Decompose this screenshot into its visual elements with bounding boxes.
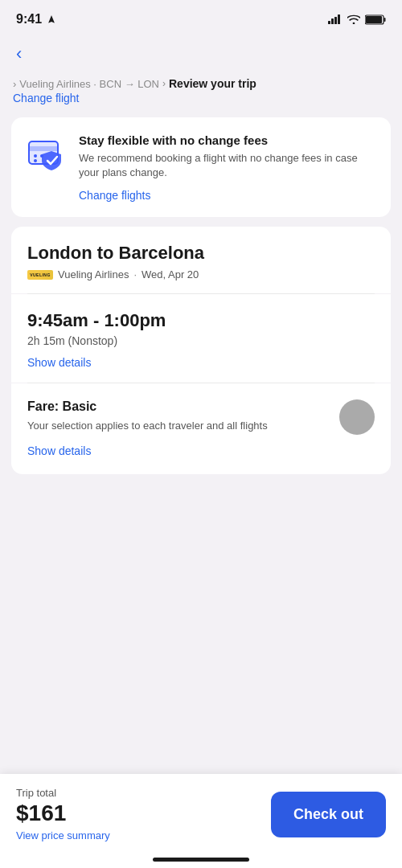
flexible-description: We recommend booking a flight with no ch…	[79, 151, 376, 180]
svg-rect-3	[338, 14, 340, 24]
breadcrumb-current: Review your trip	[169, 77, 256, 90]
svg-rect-6	[384, 18, 386, 22]
flight-details: 9:45am - 1:00pm 2h 15m (Nonstop) Show de…	[11, 294, 391, 383]
back-button[interactable]: ‹	[16, 43, 22, 63]
status-time: 9:41	[16, 12, 56, 27]
home-indicator	[153, 858, 249, 862]
view-price-link[interactable]: View price summary	[16, 829, 110, 841]
svg-point-10	[34, 154, 37, 158]
airline-logo: VUELING	[27, 270, 53, 280]
flight-route: London to Barcelona	[27, 243, 375, 264]
svg-rect-0	[328, 21, 330, 24]
svg-rect-2	[334, 17, 337, 24]
show-details-link-1[interactable]: Show details	[27, 356, 91, 369]
wallet-shield-icon	[26, 133, 68, 175]
breadcrumb-icon: ›	[13, 78, 16, 90]
show-details-link-2[interactable]: Show details	[27, 444, 91, 457]
svg-rect-9	[29, 146, 58, 151]
airline-name: Vueling Airlines	[58, 268, 129, 280]
battery-icon	[365, 14, 386, 25]
wifi-icon	[347, 14, 360, 24]
fare-bubble	[339, 399, 375, 435]
fare-section: Fare: Basic Your selection applies to ea…	[11, 383, 391, 473]
bottom-bar: Trip total $161 View price summary Check…	[0, 774, 402, 868]
fare-description: Your selection applies to each traveler …	[27, 419, 285, 433]
flight-duration: 2h 15m (Nonstop)	[27, 334, 375, 347]
breadcrumb-prefix: Vueling Airlines · BCN → LON	[19, 78, 159, 90]
breadcrumb-section: › Vueling Airlines · BCN → LON › Review …	[0, 71, 402, 108]
flight-time-range: 9:45am - 1:00pm	[27, 310, 375, 331]
status-icons	[328, 14, 386, 25]
fare-title: Fare: Basic	[27, 399, 375, 414]
breadcrumb-row: › Vueling Airlines · BCN → LON › Review …	[13, 77, 389, 90]
checkout-button[interactable]: Check out	[271, 792, 386, 837]
airline-row: VUELING Vueling Airlines · Wed, Apr 20	[27, 268, 375, 280]
navigation-icon	[47, 14, 56, 24]
change-flights-link[interactable]: Change flights	[79, 189, 151, 202]
change-flight-link[interactable]: Change flight	[13, 92, 389, 104]
trip-total-section: Trip total $161 View price summary	[16, 787, 110, 842]
flexible-title: Stay flexible with no change fees	[79, 133, 376, 147]
signal-icon	[328, 14, 343, 24]
status-bar: 9:41	[0, 0, 402, 35]
flight-date: Wed, Apr 20	[142, 268, 199, 280]
time-display: 9:41	[16, 12, 42, 27]
trip-total-label: Trip total	[16, 787, 110, 799]
trip-total-price: $161	[16, 800, 110, 826]
flexible-text: Stay flexible with no change fees We rec…	[79, 133, 376, 203]
breadcrumb-chevron: ›	[162, 78, 166, 89]
flexible-card: Stay flexible with no change fees We rec…	[11, 117, 391, 217]
flight-card: London to Barcelona VUELING Vueling Airl…	[11, 227, 391, 473]
svg-rect-5	[366, 16, 382, 23]
flight-header: London to Barcelona VUELING Vueling Airl…	[11, 227, 391, 293]
back-button-container: ‹	[0, 35, 402, 71]
svg-rect-1	[331, 18, 334, 24]
svg-point-12	[34, 159, 37, 162]
